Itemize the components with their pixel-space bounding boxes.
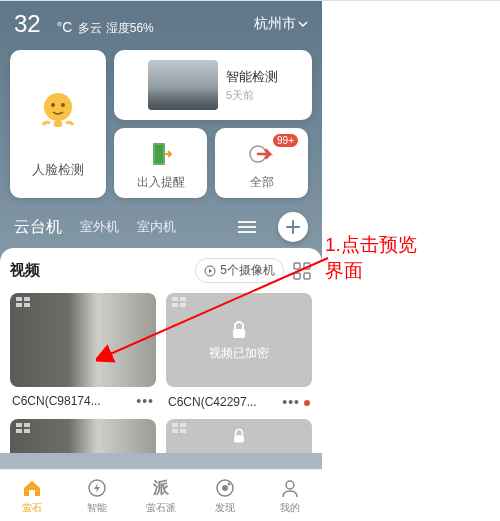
add-device-button[interactable] — [278, 212, 308, 242]
nav-smart-label: 智能 — [87, 501, 107, 515]
svg-rect-25 — [172, 423, 178, 427]
discover-icon — [214, 477, 236, 499]
svg-text:派: 派 — [152, 479, 170, 496]
grid-view-icon[interactable] — [292, 261, 312, 281]
svg-point-2 — [61, 103, 65, 107]
pai-icon: 派 — [150, 477, 172, 499]
nav-home[interactable]: 萤石 — [0, 470, 64, 521]
svg-rect-27 — [172, 429, 178, 433]
face-icon — [35, 87, 81, 133]
svg-rect-17 — [180, 297, 186, 301]
annotation-line2: 界面 — [325, 258, 417, 284]
ezviz-logo-icon — [16, 423, 30, 433]
svg-rect-9 — [304, 263, 310, 269]
nav-smart[interactable]: 智能 — [64, 470, 128, 521]
nav-discover[interactable]: 发现 — [193, 470, 257, 521]
face-detect-card[interactable]: 人脸检测 — [10, 50, 106, 198]
camera-thumb-4[interactable] — [166, 419, 312, 453]
svg-rect-19 — [180, 303, 186, 307]
camera-menu-2[interactable]: ••• — [282, 393, 310, 411]
svg-rect-15 — [24, 303, 30, 307]
camera-card-1[interactable]: C6CN(C98174... ••• — [10, 293, 156, 415]
svg-rect-11 — [304, 273, 310, 279]
svg-rect-14 — [16, 303, 22, 307]
smart-detect-sub: 5天前 — [226, 88, 278, 103]
ezviz-logo-icon — [172, 423, 186, 433]
all-label: 全部 — [250, 174, 274, 191]
person-icon — [279, 477, 301, 499]
lock-icon — [230, 427, 248, 445]
weather-row: 32 °C 多云 湿度56% 杭州市 — [0, 0, 322, 44]
chevron-down-icon — [298, 19, 308, 29]
nav-mine-label: 我的 — [280, 501, 300, 515]
smart-detect-card[interactable]: 智能检测 5天前 — [114, 50, 312, 120]
annotation-line1: 1.点击预览 — [325, 232, 417, 258]
svg-rect-28 — [180, 429, 186, 433]
svg-point-1 — [51, 103, 55, 107]
camera-name-2: C6CN(C42297... — [168, 395, 257, 409]
weather-left[interactable]: 32 °C 多云 湿度56% — [14, 10, 154, 38]
svg-rect-10 — [294, 273, 300, 279]
app-screen: 32 °C 多云 湿度56% 杭州市 人脸检测 — [0, 0, 322, 521]
svg-rect-12 — [16, 297, 22, 301]
ezviz-logo-icon — [172, 297, 186, 307]
nav-mine[interactable]: 我的 — [258, 470, 322, 521]
lock-icon — [228, 319, 250, 341]
device-tabs: 云台机 室外机 室内机 — [0, 208, 322, 248]
svg-rect-20 — [233, 329, 245, 338]
ezviz-logo-icon — [16, 297, 30, 307]
tab-outdoor[interactable]: 室外机 — [80, 218, 119, 236]
in-out-label: 出入提醒 — [137, 174, 185, 191]
svg-rect-16 — [172, 297, 178, 301]
weather-condition: 多云 湿度56% — [78, 20, 153, 37]
camera-menu-1[interactable]: ••• — [136, 393, 154, 409]
video-section: 视频 5个摄像机 C6CN(C98174... ••• — [0, 248, 322, 453]
smart-detect-thumb — [148, 60, 218, 110]
nav-pai[interactable]: 派 萤石派 — [129, 470, 193, 521]
plus-icon — [285, 219, 301, 235]
nav-home-label: 萤石 — [22, 501, 42, 515]
camera-thumb-3[interactable] — [10, 419, 156, 453]
temp-unit: °C — [57, 19, 73, 35]
svg-rect-13 — [24, 297, 30, 301]
svg-rect-30 — [29, 490, 35, 496]
temperature: 32 — [14, 10, 41, 38]
all-arrow-icon — [248, 140, 276, 168]
svg-rect-5 — [155, 145, 163, 163]
camera-thumb-2: 视频已加密 — [166, 293, 312, 387]
in-out-card[interactable]: 出入提醒 — [114, 128, 207, 198]
svg-point-34 — [222, 485, 228, 491]
svg-rect-23 — [16, 429, 22, 433]
face-detect-label: 人脸检测 — [32, 161, 84, 179]
svg-rect-29 — [234, 435, 244, 442]
svg-point-35 — [228, 482, 231, 485]
bottom-nav: 萤石 智能 派 萤石派 发现 我的 — [0, 469, 322, 521]
city-name: 杭州市 — [254, 15, 296, 33]
svg-rect-24 — [24, 429, 30, 433]
camera-card-2[interactable]: 视频已加密 C6CN(C42297... ••• — [166, 293, 312, 415]
all-card[interactable]: 99+ 全部 — [215, 128, 308, 198]
city-selector[interactable]: 杭州市 — [254, 15, 308, 33]
svg-rect-22 — [24, 423, 30, 427]
tab-indoor[interactable]: 室内机 — [137, 218, 176, 236]
feature-cards: 人脸检测 智能检测 5天前 — [0, 44, 322, 208]
svg-rect-18 — [172, 303, 178, 307]
svg-point-36 — [286, 481, 294, 489]
svg-rect-26 — [180, 423, 186, 427]
play-icon — [204, 265, 216, 277]
svg-rect-8 — [294, 263, 300, 269]
camera-thumb-1 — [10, 293, 156, 387]
camera-count: 5个摄像机 — [220, 262, 275, 279]
menu-icon[interactable] — [234, 214, 260, 240]
home-icon — [21, 477, 43, 499]
badge-count: 99+ — [273, 134, 298, 147]
encrypted-label: 视频已加密 — [209, 345, 269, 362]
camera-count-pill[interactable]: 5个摄像机 — [195, 258, 284, 283]
video-title: 视频 — [10, 261, 187, 280]
tab-ptz[interactable]: 云台机 — [14, 217, 62, 238]
smart-detect-title: 智能检测 — [226, 68, 278, 86]
lightning-icon — [86, 477, 108, 499]
annotation-text: 1.点击预览 界面 — [325, 232, 417, 283]
svg-rect-3 — [54, 121, 62, 127]
nav-pai-label: 萤石派 — [146, 501, 176, 515]
